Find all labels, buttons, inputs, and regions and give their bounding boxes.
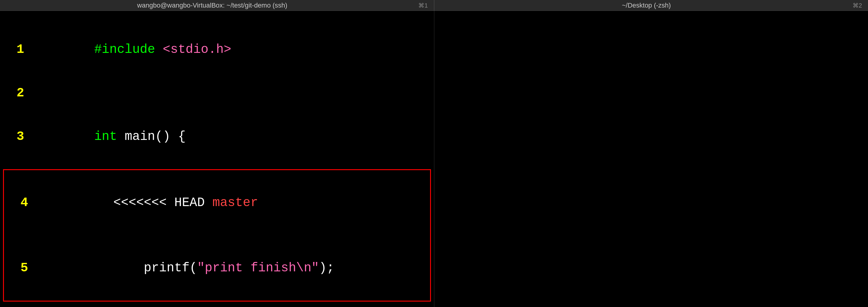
main-content: 1 #include <stdio.h> 2 3 int main() { 4 …	[0, 11, 868, 307]
code-line-6: 6 =======	[0, 302, 434, 307]
code-line-2: 2	[0, 82, 434, 104]
include-keyword: #include	[94, 42, 163, 57]
string-literal-5: "print finish\n"	[197, 261, 319, 275]
tab1-title: wangbo@wangbo-VirtualBox: ~/test/git-dem…	[6, 1, 418, 9]
tab2[interactable]: ~/Desktop (-zsh) ⌘2	[434, 0, 868, 10]
printf-end-5: );	[319, 261, 334, 275]
title-bar: wangbo@wangbo-VirtualBox: ~/test/git-dem…	[0, 0, 868, 11]
code-line-4: 4 <<<<<<< HEAD master	[4, 170, 430, 235]
line-num-5: 5	[10, 257, 28, 279]
main-text: main() {	[117, 129, 186, 144]
right-terminal-panel[interactable]	[434, 11, 868, 307]
line-content-2	[33, 82, 41, 104]
printf-keyword-5: printf(	[113, 261, 197, 275]
int-keyword: int	[94, 129, 117, 144]
tab2-shortcut: ⌘2	[852, 2, 862, 9]
code-line-3: 3 int main() {	[0, 104, 434, 169]
tab2-title: ~/Desktop (-zsh)	[440, 1, 852, 9]
code-line-5: 5 printf("print finish\n");	[4, 235, 430, 301]
branch-name-master: master	[213, 195, 258, 210]
tab1-shortcut: ⌘1	[418, 2, 428, 9]
line-num-2: 2	[6, 82, 24, 104]
line-content-3: int main() {	[33, 104, 186, 169]
include-header: <stdio.h>	[163, 42, 231, 57]
tab1[interactable]: wangbo@wangbo-VirtualBox: ~/test/git-dem…	[0, 0, 434, 10]
line-num-3: 3	[6, 126, 24, 148]
line-content-1: #include <stdio.h>	[33, 17, 231, 82]
line-num-1: 1	[6, 39, 24, 60]
conflict-marker-open: <<<<<<< HEAD	[113, 195, 213, 210]
code-line-1: 1 #include <stdio.h>	[0, 17, 434, 82]
conflict-block-1: 4 <<<<<<< HEAD master 5 printf("print fi…	[3, 169, 431, 302]
line-content-4: <<<<<<< HEAD master	[37, 170, 258, 235]
line-num-4: 4	[10, 192, 28, 214]
line-content-6: =======	[33, 302, 87, 307]
line-num-6: 6	[6, 302, 24, 307]
line-content-5: printf("print finish\n");	[37, 235, 334, 301]
code-panel: 1 #include <stdio.h> 2 3 int main() { 4 …	[0, 11, 434, 307]
